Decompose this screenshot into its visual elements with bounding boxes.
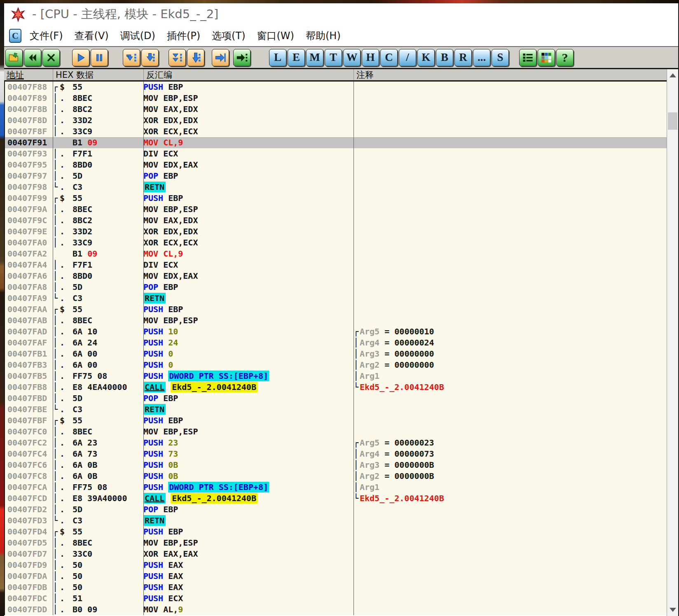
disasm-row[interactable]: 00407FB3│.6A 00PUSH 0│Arg2 = 00000000 xyxy=(5,359,678,371)
disasm-row[interactable]: 00407FA6│.8BD0MOV EDX,EAX xyxy=(5,271,678,282)
disasm-row[interactable]: 00407FAD│.6A 10PUSH 10┌Arg5 = 00000010 xyxy=(5,326,678,337)
step-over-button[interactable] xyxy=(141,49,159,66)
bracket-glyph: │ xyxy=(53,437,60,448)
disasm-row[interactable]: 00407FD2│.5DPOP EBP xyxy=(5,504,678,515)
disasm-row[interactable]: 00407FAF│.6A 24PUSH 24│Arg4 = 00000024 xyxy=(5,337,678,348)
run-trace-window-button[interactable]: ... xyxy=(473,49,490,66)
disasm-row[interactable]: 00407FB8│.E8 4EA40000CALL Ekd5_-_2.00412… xyxy=(5,382,678,393)
disasm-row[interactable]: 00407FD5│.8BECMOV EBP,ESP xyxy=(5,537,678,548)
animate-into-button[interactable] xyxy=(169,49,186,66)
menu-item-options[interactable]: 选项(T) xyxy=(206,29,251,42)
disasm-row[interactable]: 00407FB5│.FF75 08PUSH DWORD PTR SS:[EBP+… xyxy=(5,371,678,382)
run-button[interactable] xyxy=(72,49,89,66)
address-cell: 00407FA0 xyxy=(5,237,53,248)
debug-options-button[interactable] xyxy=(519,49,536,66)
disasm-row[interactable]: 00407FA4│.F7F1DIV ECX xyxy=(5,259,678,271)
animate-over-button[interactable] xyxy=(187,49,204,66)
disasm-row[interactable]: 00407FA0│.33C9XOR ECX,ECX xyxy=(5,237,678,248)
disasm-row[interactable]: 00407FC0│.8BECMOV EBP,ESP xyxy=(5,426,678,437)
menu-item-plugins[interactable]: 插件(P) xyxy=(161,29,206,42)
close-button[interactable] xyxy=(42,49,60,66)
restart-button[interactable] xyxy=(24,49,41,66)
breakpoints-window-button[interactable]: B xyxy=(436,49,453,66)
disasm-cell: XOR EDX,EDX xyxy=(143,115,354,126)
code-token: PUSH xyxy=(143,593,163,603)
column-divider[interactable] xyxy=(53,82,53,615)
pause-button[interactable] xyxy=(91,49,108,66)
go-to-button[interactable] xyxy=(233,49,251,66)
disasm-row[interactable]: 00407FC6│.6A 0BPUSH 0B│Arg3 = 0000000B xyxy=(5,460,678,471)
address-cell: 00407F8F xyxy=(5,126,53,137)
disasm-row[interactable]: 00407FAB│.8BECMOV EBP,ESP xyxy=(5,315,678,326)
open-file-button[interactable] xyxy=(5,49,23,66)
references-window-button[interactable]: R xyxy=(454,49,472,66)
scrollbar-thumb[interactable] xyxy=(668,112,677,130)
menu-item-file[interactable]: 文件(F) xyxy=(24,29,69,42)
menu-item-debug[interactable]: 调试(D) xyxy=(115,29,161,42)
scroll-up-button[interactable] xyxy=(667,69,678,82)
code-token: E8 4EA40000 xyxy=(73,382,127,392)
executables-window-button[interactable]: E xyxy=(288,49,305,66)
disasm-row[interactable]: 00407F9E│.33D2XOR EDX,EDX xyxy=(5,226,678,237)
disasm-row[interactable]: 00407F97│.5DPOP EBP xyxy=(5,170,678,182)
disasm-row[interactable]: 00407FDC│.51PUSH ECX xyxy=(5,593,678,604)
execute-till-return-button[interactable] xyxy=(212,49,229,66)
scroll-down-button[interactable] xyxy=(667,604,678,616)
log-window-button[interactable]: L xyxy=(269,49,286,66)
code-token: Arg4 xyxy=(360,449,379,459)
step-into-button[interactable] xyxy=(123,49,140,66)
analysis-glyph: . xyxy=(60,204,69,215)
disasm-row[interactable]: 00407FA2B1 09MOV CL,9 xyxy=(5,248,678,259)
disasm-row[interactable]: 00407FDB│.50PUSH EAX xyxy=(5,582,678,593)
appearance-button[interactable] xyxy=(538,49,555,66)
patches-window-button[interactable]: / xyxy=(399,49,416,66)
handles-window-button[interactable]: H xyxy=(362,49,379,66)
column-divider[interactable] xyxy=(354,82,354,615)
disasm-cell: PUSH 0 xyxy=(143,359,354,371)
disasm-row[interactable]: 00407F93│.F7F1DIV ECX xyxy=(5,148,678,159)
disasm-row[interactable]: 00407FBF┌$55PUSH EBP xyxy=(5,415,678,426)
disasm-row[interactable]: 00407F99┌$55PUSH EBP xyxy=(5,193,678,204)
vertical-scrollbar[interactable] xyxy=(667,69,678,616)
disasm-row[interactable]: 00407F9A│.8BECMOV EBP,ESP xyxy=(5,204,678,215)
disasm-row[interactable]: 00407FC4│.6A 73PUSH 73│Arg4 = 00000073 xyxy=(5,448,678,460)
menu-item-help[interactable]: 帮助(H) xyxy=(300,29,347,42)
disasm-row[interactable]: 00407FA8│.5DPOP EBP xyxy=(5,282,678,293)
disasm-row-selected[interactable]: 00407F91B1 09MOV CL,9 xyxy=(5,137,678,148)
disasm-row[interactable]: 00407FC8│.6A 0BPUSH 0B│Arg2 = 0000000B xyxy=(5,471,678,482)
disasm-row[interactable]: 00407FB1│.6A 00PUSH 0│Arg3 = 00000000 xyxy=(5,348,678,359)
disasm-row[interactable]: 00407FD9│.50PUSH EAX xyxy=(5,560,678,571)
disasm-row[interactable]: 00407F8D│.33D2XOR EDX,EDX xyxy=(5,115,678,126)
disasm-row[interactable]: 00407F95│.8BD0MOV EDX,EAX xyxy=(5,159,678,170)
disasm-row[interactable]: 00407F8F│.33C9XOR ECX,ECX xyxy=(5,126,678,137)
disasm-row[interactable]: 00407FCD│.E8 39A40000CALL Ekd5_-_2.00412… xyxy=(5,493,678,504)
column-divider[interactable] xyxy=(143,82,144,615)
disasm-row[interactable]: 00407FCA│.FF75 08PUSH DWORD PTR SS:[EBP+… xyxy=(5,482,678,493)
disasm-row[interactable]: 00407F8B│.8BC2MOV EAX,EDX xyxy=(5,104,678,115)
disasm-row[interactable]: 00407FDD│.B0 09MOV AL,9 xyxy=(5,604,678,615)
menu-item-window[interactable]: 窗口(W) xyxy=(251,29,300,42)
threads-window-button[interactable]: T xyxy=(325,49,342,66)
windows-window-button[interactable]: W xyxy=(343,49,361,66)
cpu-window-button[interactable]: C xyxy=(380,49,398,66)
disasm-row[interactable]: 00407F98└.C3RETN xyxy=(5,182,678,193)
source-window-button[interactable]: S xyxy=(492,49,509,66)
disasm-row[interactable]: 00407FA9└.C3RETN xyxy=(5,293,678,304)
disasm-row[interactable]: 00407FBE└.C3RETN xyxy=(5,404,678,415)
child-window-icon[interactable]: C xyxy=(9,29,21,43)
disasm-row[interactable]: 00407FDA│.50PUSH EAX xyxy=(5,571,678,582)
menu-item-view[interactable]: 查看(V) xyxy=(69,29,115,42)
disasm-row[interactable]: 00407FAA┌$55PUSH EBP xyxy=(5,304,678,315)
disasm-cell: PUSH EAX xyxy=(143,560,354,571)
help-button[interactable]: ? xyxy=(556,49,574,66)
disasm-row[interactable]: 00407F89│.8BECMOV EBP,ESP xyxy=(5,93,678,104)
disasm-row[interactable]: 00407FD7│.33C0XOR EAX,EAX xyxy=(5,548,678,560)
disasm-row[interactable]: 00407FD3└.C3RETN xyxy=(5,515,678,526)
disasm-row[interactable]: 00407FBD│.5DPOP EBP xyxy=(5,393,678,404)
memory-window-button[interactable]: M xyxy=(306,49,323,66)
disasm-row[interactable]: 00407F9C│.8BC2MOV EAX,EDX xyxy=(5,215,678,226)
disasm-row[interactable]: 00407FD4┌$55PUSH EBP xyxy=(5,526,678,537)
disasm-row[interactable]: 00407FC2│.6A 23PUSH 23┌Arg5 = 00000023 xyxy=(5,437,678,448)
call-stack-window-button[interactable]: K xyxy=(417,49,435,66)
disasm-row[interactable]: 00407F88┌$55PUSH EBP xyxy=(5,82,678,93)
